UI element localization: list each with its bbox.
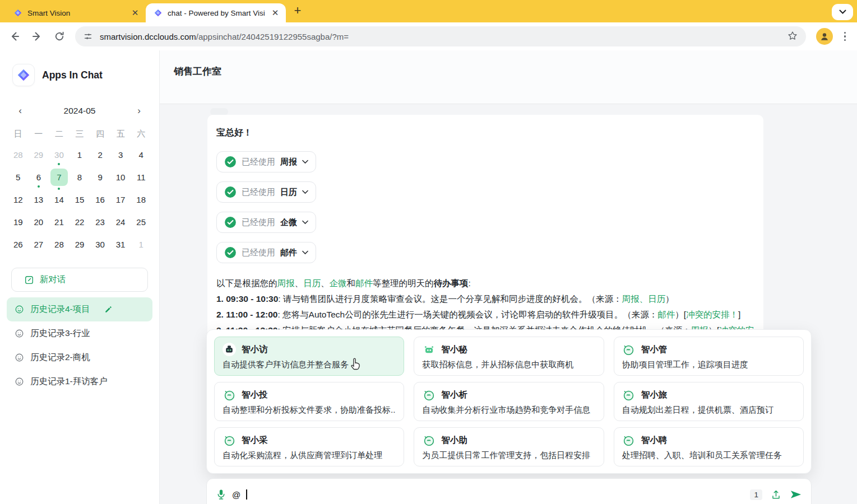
input-actions: 1 bbox=[750, 489, 802, 500]
calendar-day[interactable]: 1 bbox=[70, 143, 90, 166]
forward-button[interactable] bbox=[27, 26, 47, 46]
weekday-label: 三 bbox=[70, 124, 90, 143]
source-link[interactable]: 邮件 bbox=[657, 310, 675, 319]
chevron-down-icon bbox=[839, 10, 846, 15]
calendar-day[interactable]: 5 bbox=[8, 166, 29, 188]
agent-card-zhixiaozhu[interactable]: 智小助 为员工提供日常工作管理支持，包括日程安排 bbox=[414, 427, 604, 466]
calendar-day[interactable]: 18 bbox=[131, 188, 151, 211]
used-tool-email[interactable]: 已经使用 邮件 bbox=[216, 242, 316, 263]
chat-input-bar[interactable]: @ 1 bbox=[206, 478, 812, 504]
back-icon bbox=[9, 31, 20, 42]
used-tool-calendar[interactable]: 已经使用 日历 bbox=[216, 181, 316, 203]
todo-item-1: 1. 09:30 - 10:30: 请与销售团队进行月度策略审查会议。这是一个分… bbox=[216, 291, 754, 307]
smart-vision-favicon bbox=[13, 8, 22, 17]
upload-icon[interactable] bbox=[771, 489, 781, 500]
browser-window: Smart Vision ✕ chat - Powered by Smart V… bbox=[0, 0, 857, 504]
new-chat-button[interactable]: 新对话 bbox=[11, 268, 148, 292]
calendar-day[interactable]: 23 bbox=[90, 211, 110, 233]
calendar-day[interactable]: 3 bbox=[110, 143, 131, 166]
calendar-day[interactable]: 13 bbox=[29, 188, 49, 211]
robot-icon bbox=[223, 433, 236, 447]
calendar-day[interactable]: 6 bbox=[29, 166, 49, 188]
agent-card-zhixiaomi[interactable]: 智小秘 获取招标信息，并从招标信息中获取商机 bbox=[414, 337, 604, 376]
history-item-2[interactable]: 历史记录2-商机 bbox=[7, 346, 152, 370]
source-link[interactable]: 周报 bbox=[277, 278, 295, 288]
conflict-flag[interactable]: 冲突的安排！ bbox=[686, 310, 738, 319]
reload-button[interactable] bbox=[49, 26, 70, 46]
agent-card-zhixiaopin[interactable]: 智小聘 处理招聘、入职、培训和员工关系管理任务 bbox=[614, 427, 804, 466]
address-bar[interactable]: smartvision.dcclouds.com/appsinchat/2404… bbox=[75, 26, 806, 46]
calendar-day[interactable]: 19 bbox=[8, 211, 29, 233]
source-link[interactable]: 邮件 bbox=[355, 278, 373, 288]
agent-card-zhixiaoxi[interactable]: 智小析 自动收集并分析行业市场趋势和竞争对手信息 bbox=[414, 382, 604, 421]
source-link[interactable]: 日历 bbox=[303, 278, 321, 288]
profile-avatar[interactable] bbox=[816, 28, 833, 45]
bookmark-star-icon[interactable] bbox=[787, 30, 798, 43]
new-tab-button[interactable]: + bbox=[290, 3, 305, 18]
agent-card-zhixiaofang[interactable]: 智小访 自动提供客户拜访信息并整合服务 bbox=[214, 337, 404, 376]
check-circle-icon bbox=[224, 156, 237, 168]
calendar-day[interactable]: 31 bbox=[110, 233, 131, 255]
calendar-prev-button[interactable]: ‹ bbox=[15, 105, 26, 116]
calendar-day[interactable]: 17 bbox=[110, 188, 131, 211]
agent-card-zhixiaoguan[interactable]: 智小管 协助项目管理工作，追踪项目进度 bbox=[614, 337, 804, 376]
calendar-day[interactable]: 28 bbox=[8, 143, 29, 166]
calendar-day[interactable]: 9 bbox=[90, 166, 110, 188]
history-item-3[interactable]: 历史记录3-行业 bbox=[7, 321, 152, 346]
calendar-day[interactable]: 30 bbox=[49, 143, 70, 166]
forward-icon bbox=[31, 31, 43, 42]
calendar-day[interactable]: 4 bbox=[131, 143, 151, 166]
check-circle-icon bbox=[224, 186, 237, 198]
calendar-day[interactable]: 24 bbox=[110, 211, 131, 233]
agent-card-zhixiaocai[interactable]: 智小采 自动化采购流程，从供应商管理到订单处理 bbox=[214, 427, 404, 466]
robot-icon bbox=[223, 343, 236, 356]
calendar-day[interactable]: 22 bbox=[70, 211, 90, 233]
calendar-day[interactable]: 26 bbox=[8, 233, 29, 255]
chat-bubble-icon bbox=[15, 353, 24, 362]
tab-close-icon[interactable]: ✕ bbox=[130, 8, 140, 18]
text-caret bbox=[246, 489, 247, 500]
back-button[interactable] bbox=[4, 26, 25, 46]
calendar-day[interactable]: 16 bbox=[90, 188, 110, 211]
calendar-day-selected[interactable]: 7 bbox=[50, 169, 68, 186]
used-tool-weekly-report[interactable]: 已经使用 周报 bbox=[216, 151, 316, 172]
source-link[interactable]: 周报、日历 bbox=[622, 294, 665, 304]
calendar-day[interactable]: 2 bbox=[90, 143, 110, 166]
calendar-day[interactable]: 1 bbox=[131, 233, 151, 255]
calendar-day[interactable]: 25 bbox=[131, 211, 151, 233]
calendar-next-button[interactable]: › bbox=[133, 105, 145, 116]
browser-menu-button[interactable] bbox=[840, 32, 851, 41]
calendar-day[interactable]: 14 bbox=[49, 188, 70, 211]
tab-search-button[interactable] bbox=[832, 4, 853, 20]
chat-bubble-icon bbox=[15, 377, 24, 386]
source-link[interactable]: 企微 bbox=[330, 278, 347, 288]
history-item-1[interactable]: 历史记录1-拜访客户 bbox=[7, 370, 152, 394]
calendar-day[interactable]: 8 bbox=[70, 166, 90, 188]
calendar-day[interactable]: 27 bbox=[29, 233, 49, 255]
agent-card-zhixiaotou[interactable]: 智小投 自动整理和分析投标文件要求，协助准备投标... bbox=[214, 382, 404, 421]
calendar-day[interactable]: 20 bbox=[29, 211, 49, 233]
chat-input-value[interactable]: @ bbox=[232, 490, 240, 500]
calendar-grid: 日 一 二 三 四 五 六 28 29 30 1 2 3 4 5 6 7 8 9… bbox=[8, 124, 151, 255]
microphone-icon[interactable] bbox=[216, 489, 226, 501]
calendar-day[interactable]: 21 bbox=[49, 211, 70, 233]
edit-pencil-icon[interactable] bbox=[104, 305, 113, 314]
history-item-4[interactable]: 历史记录4-项目 bbox=[7, 297, 152, 321]
used-tool-wecom[interactable]: 已经使用 企微 bbox=[216, 212, 316, 233]
calendar-day[interactable]: 29 bbox=[29, 143, 49, 166]
calendar-day[interactable]: 12 bbox=[8, 188, 29, 211]
send-icon[interactable] bbox=[790, 489, 802, 500]
calendar-day[interactable]: 11 bbox=[131, 166, 151, 188]
calendar-day[interactable]: 30 bbox=[90, 233, 110, 255]
calendar-day[interactable]: 29 bbox=[70, 233, 90, 255]
agent-card-zhixiaolv[interactable]: 智小旅 自动规划出差日程，提供机票、酒店预订 bbox=[614, 382, 804, 421]
page-title: 销售工作室 bbox=[174, 65, 221, 78]
tab-smart-vision[interactable]: Smart Vision ✕ bbox=[6, 3, 146, 22]
tab-strip: Smart Vision ✕ chat - Powered by Smart V… bbox=[0, 0, 857, 22]
calendar-day[interactable]: 15 bbox=[70, 188, 90, 211]
tab-close-icon[interactable]: ✕ bbox=[270, 8, 280, 18]
calendar-day[interactable]: 10 bbox=[110, 166, 131, 188]
calendar-day[interactable]: 28 bbox=[49, 233, 70, 255]
person-icon bbox=[819, 31, 830, 42]
tab-chat[interactable]: chat - Powered by Smart Visi ✕ bbox=[146, 3, 286, 22]
